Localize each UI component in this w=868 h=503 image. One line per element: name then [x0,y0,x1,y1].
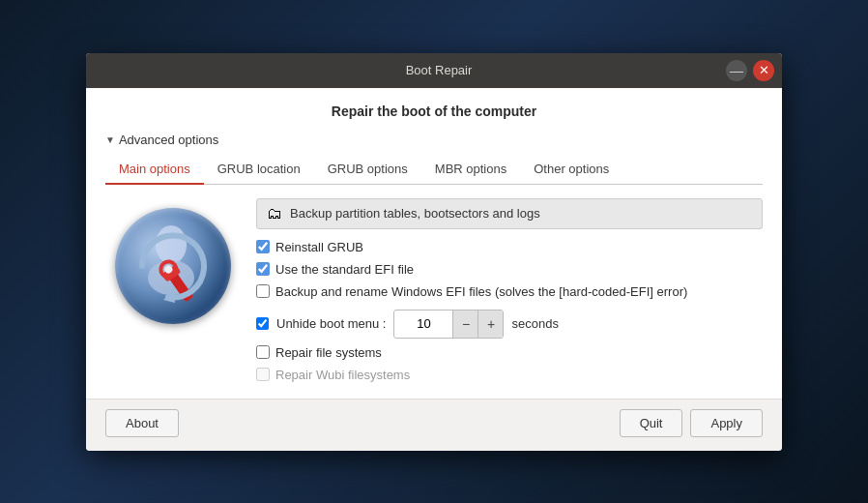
quit-button[interactable]: Quit [620,409,683,437]
advanced-options-toggle[interactable]: ▼ Advanced options [105,133,763,147]
backup-windows-row: Backup and rename Windows EFI files (sol… [256,283,763,300]
window-title: Boot Repair [152,63,726,77]
tab-bar: Main options GRUB location GRUB options … [105,155,763,185]
repair-wubi-row: Repair Wubi filesystems [256,367,763,383]
tab-content-area: 🗂 Backup partition tables, bootsectors a… [105,198,763,383]
minimize-button[interactable]: — [726,60,747,81]
reinstall-grub-label: Reinstall GRUB [275,240,363,254]
backup-windows-label: Backup and rename Windows EFI files (sol… [275,284,687,299]
backup-text: Backup partition tables, bootsectors and… [290,206,540,221]
advanced-options-label: Advanced options [119,133,218,147]
close-button[interactable]: ✕ [753,60,774,81]
titlebar: Boot Repair — ✕ [86,53,782,88]
tab-mbr-options[interactable]: MBR options [421,155,520,185]
right-buttons: Quit Apply [620,409,763,437]
standard-efi-checkbox[interactable] [256,262,270,276]
apply-button[interactable]: Apply [690,409,763,437]
seconds-spinner: − + [393,310,504,339]
tab-other-options[interactable]: Other options [520,155,622,185]
logo-circle [115,208,231,324]
reinstall-grub-row: Reinstall GRUB [256,239,763,255]
backup-bar: 🗂 Backup partition tables, bootsectors a… [256,198,763,229]
repair-filesystems-checkbox[interactable] [256,345,270,359]
tab-grub-options[interactable]: GRUB options [314,155,421,185]
spinner-input[interactable] [394,312,452,335]
triangle-icon: ▼ [105,134,115,145]
folder-icon: 🗂 [267,205,282,222]
logo-svg [115,208,231,324]
standard-efi-row: Use the standard EFI file [256,261,763,278]
spinner-increment-button[interactable]: + [477,311,503,338]
tab-grub-location[interactable]: GRUB location [204,155,314,185]
window-controls: — ✕ [726,60,774,81]
repair-filesystems-label: Repair file systems [275,345,382,360]
window-content: Repair the boot of the computer ▼ Advanc… [86,88,782,399]
repair-wubi-checkbox[interactable] [256,368,270,381]
unhide-bootmenu-label: Unhide boot menu : [276,316,386,331]
backup-windows-checkbox[interactable] [256,284,270,298]
unhide-bootmenu-row: Unhide boot menu : − + seconds [256,310,763,339]
repair-filesystems-row: Repair file systems [256,344,763,361]
svg-point-0 [156,225,187,264]
boot-repair-window: Boot Repair — ✕ Repair the boot of the c… [86,53,782,451]
tab-main-options[interactable]: Main options [105,155,204,185]
logo-area [105,198,241,383]
reinstall-grub-checkbox[interactable] [256,240,270,253]
about-button[interactable]: About [105,409,179,437]
unhide-bootmenu-checkbox[interactable] [256,317,269,330]
button-bar: About Quit Apply [86,399,782,451]
options-panel: 🗂 Backup partition tables, bootsectors a… [256,198,763,383]
repair-wubi-label: Repair Wubi filesystems [275,368,410,382]
seconds-label: seconds [511,316,558,331]
standard-efi-label: Use the standard EFI file [275,262,414,277]
main-heading: Repair the boot of the computer [105,104,763,119]
spinner-decrement-button[interactable]: − [452,311,477,338]
